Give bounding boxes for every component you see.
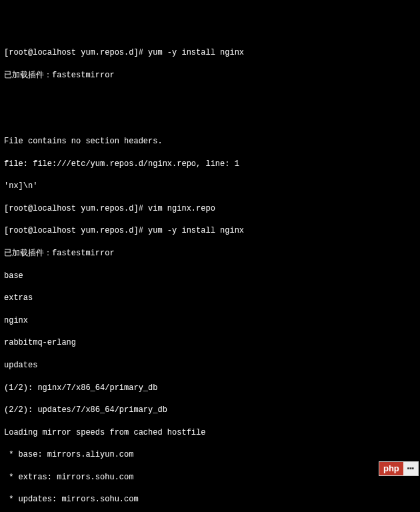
terminal-line: 已加载插件：fastestmirror: [4, 248, 416, 259]
logo-cn-text: ▪▪▪: [403, 462, 418, 475]
terminal-line: rabbitmq-erlang: [4, 337, 416, 349]
terminal-line: extras: [4, 293, 416, 304]
terminal-line: * extras: mirrors.sohu.com: [4, 472, 416, 483]
blank-line: [4, 114, 416, 125]
terminal-line: * updates: mirrors.sohu.com: [4, 494, 416, 505]
terminal-line: * base: mirrors.aliyun.com: [4, 449, 416, 461]
terminal-line: [root@localhost yum.repos.d]# vim nginx.…: [4, 203, 416, 215]
terminal-line: File contains no section headers.: [4, 136, 416, 147]
php-logo: php ▪▪▪: [379, 461, 419, 476]
terminal-line: updates: [4, 360, 416, 371]
terminal-line: 'nx]\n': [4, 181, 416, 192]
terminal-line: [root@localhost yum.repos.d]# yum -y ins…: [4, 225, 416, 237]
terminal-line: Loading mirror speeds from cached hostfi…: [4, 427, 416, 439]
terminal-line: nginx: [4, 315, 416, 327]
terminal-line: file: file:///etc/yum.repos.d/nginx.repo…: [4, 159, 416, 170]
logo-php-text: php: [379, 462, 403, 475]
terminal-line: [root@localhost yum.repos.d]# yum -y ins…: [4, 47, 416, 59]
blank-line: [4, 92, 416, 103]
terminal-line: 已加载插件：fastestmirror: [4, 70, 416, 81]
terminal-line: base: [4, 271, 416, 282]
terminal-line: (1/2): nginx/7/x86_64/primary_db: [4, 383, 416, 394]
terminal-line: (2/2): updates/7/x86_64/primary_db: [4, 405, 416, 416]
